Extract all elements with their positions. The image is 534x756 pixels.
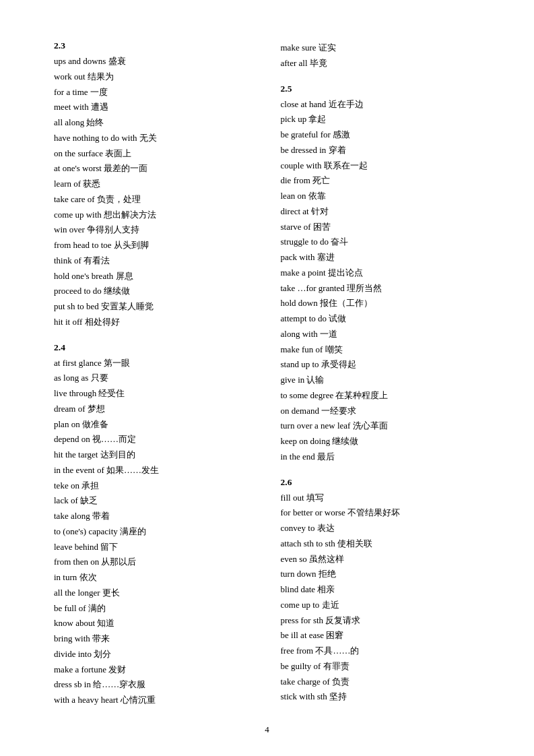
list-item: direct at 针对 xyxy=(281,204,481,220)
list-item: bring with 带来 xyxy=(54,631,254,647)
list-item: depend on 视……而定 xyxy=(54,432,254,447)
list-item: proceed to do 继续做 xyxy=(54,284,254,299)
entries-2-4: at first glance 第一眼as long as 只要live thr… xyxy=(54,356,254,708)
list-item: die from 死亡 xyxy=(281,173,481,189)
list-item: to some degree 在某种程度上 xyxy=(281,388,481,404)
list-item: starve of 困苦 xyxy=(281,220,481,235)
section-title-2-4: 2.4 xyxy=(54,342,254,353)
list-item: leave behind 留下 xyxy=(54,540,254,555)
list-item: struggle to do 奋斗 xyxy=(281,234,481,250)
list-item: after all 毕竟 xyxy=(281,56,481,71)
list-item: take care of 负责，处理 xyxy=(54,192,254,208)
list-item: in the event of 如果……发生 xyxy=(54,463,254,478)
list-item: free from 不具……的 xyxy=(281,643,481,659)
list-item: plan on 做准备 xyxy=(54,417,254,433)
list-item: all along 始终 xyxy=(54,115,254,131)
list-item: think of 有看法 xyxy=(54,253,254,269)
list-item: make fun of 嘲笑 xyxy=(281,342,481,358)
list-item: live through 经受住 xyxy=(54,386,254,402)
list-item: hold one's breath 屏息 xyxy=(54,269,254,284)
list-item: in the end 最后 xyxy=(281,449,481,465)
list-item: win over 争得别人支持 xyxy=(54,222,254,238)
section-2-4: 2.4 at first glance 第一眼as long as 只要live… xyxy=(54,342,254,708)
list-item: be ill at ease 困窘 xyxy=(281,628,481,643)
list-item: take …for granted 理所当然 xyxy=(281,281,481,296)
list-item: lean on 依靠 xyxy=(281,189,481,204)
list-item: blind date 相亲 xyxy=(281,582,481,598)
list-item: from then on 从那以后 xyxy=(54,555,254,570)
list-item: on demand 一经要求 xyxy=(281,404,481,419)
list-item: stick with sth 坚持 xyxy=(281,689,481,705)
list-item: be grateful for 感激 xyxy=(281,127,481,143)
two-column-layout: 2.3 ups and downs 盛衰work out 结果为for a ti… xyxy=(54,40,480,708)
list-item: put sh to bed 安置某人睡觉 xyxy=(54,299,254,315)
list-item: make sure 证实 xyxy=(281,40,481,56)
list-item: along with 一道 xyxy=(281,327,481,342)
list-item: dress sb in 给……穿衣服 xyxy=(54,677,254,693)
list-item: make a point 提出论点 xyxy=(281,265,481,281)
section-title-2-3: 2.3 xyxy=(54,40,254,51)
list-item: stand up to 承受得起 xyxy=(281,357,481,373)
list-item: convey to 表达 xyxy=(281,521,481,536)
list-item: pack with 塞进 xyxy=(281,250,481,265)
list-item: in turn 依次 xyxy=(54,570,254,586)
list-item: at first glance 第一眼 xyxy=(54,356,254,371)
list-item: be full of 满的 xyxy=(54,601,254,617)
list-item: from head to toe 从头到脚 xyxy=(54,238,254,253)
list-item: be guilty of 有罪责 xyxy=(281,659,481,674)
section-title-2-6: 2.6 xyxy=(281,477,481,488)
list-item: press for sth 反复请求 xyxy=(281,613,481,629)
list-item: with a heavy heart 心情沉重 xyxy=(54,693,254,708)
list-item: dream of 梦想 xyxy=(54,402,254,417)
entries-2-3-right: make sure 证实after all 毕竟 xyxy=(281,40,481,71)
entries-2-5: close at hand 近在手边pick up 拿起be grateful … xyxy=(281,97,481,465)
section-2-5: 2.5 close at hand 近在手边pick up 拿起be grate… xyxy=(281,84,481,465)
list-item: attempt to do 试做 xyxy=(281,311,481,327)
list-item: take charge of 负责 xyxy=(281,674,481,690)
list-item: fill out 填写 xyxy=(281,491,481,506)
list-item: couple with 联系在一起 xyxy=(281,158,481,174)
list-item: turn over a new leaf 洗心革面 xyxy=(281,418,481,434)
section-title-2-5: 2.5 xyxy=(281,84,481,94)
list-item: take along 带着 xyxy=(54,509,254,524)
list-item: for a time 一度 xyxy=(54,85,254,100)
section-2-3: 2.3 ups and downs 盛衰work out 结果为for a ti… xyxy=(54,40,254,330)
left-column: 2.3 ups and downs 盛衰work out 结果为for a ti… xyxy=(54,40,254,708)
page-number: 4 xyxy=(265,724,269,735)
list-item: on the surface 表面上 xyxy=(54,146,254,162)
section-2-6: 2.6 fill out 填写for better or worse 不管结果好… xyxy=(281,477,481,705)
list-item: hit it off 相处得好 xyxy=(54,315,254,330)
list-item: come up to 走近 xyxy=(281,598,481,613)
list-item: pick up 拿起 xyxy=(281,112,481,127)
list-item: all the longer 更长 xyxy=(54,586,254,601)
list-item: divide into 划分 xyxy=(54,647,254,662)
list-item: hold down 报住（工作） xyxy=(281,296,481,311)
list-item: make a fortune 发财 xyxy=(54,662,254,678)
list-item: give in 认输 xyxy=(281,373,481,388)
list-item: meet with 遭遇 xyxy=(54,100,254,115)
list-item: hit the target 达到目的 xyxy=(54,447,254,463)
list-item: as long as 只要 xyxy=(54,371,254,386)
list-item: for better or worse 不管结果好坏 xyxy=(281,505,481,521)
list-item: turn down 拒绝 xyxy=(281,567,481,582)
list-item: ups and downs 盛衰 xyxy=(54,54,254,69)
list-item: know about 知道 xyxy=(54,616,254,631)
list-item: have nothing to do with 无关 xyxy=(54,131,254,146)
list-item: learn of 获悉 xyxy=(54,177,254,192)
list-item: keep on doing 继续做 xyxy=(281,434,481,449)
list-item: teke on 承担 xyxy=(54,478,254,494)
list-item: at one's worst 最差的一面 xyxy=(54,161,254,177)
section-2-3-right: make sure 证实after all 毕竟 xyxy=(281,40,481,71)
list-item: to (one's) capacity 满座的 xyxy=(54,524,254,540)
list-item: even so 虽然这样 xyxy=(281,552,481,567)
list-item: come up with 想出解决方法 xyxy=(54,208,254,223)
list-item: close at hand 近在手边 xyxy=(281,97,481,113)
entries-2-3: ups and downs 盛衰work out 结果为for a time 一… xyxy=(54,54,254,330)
list-item: attach sth to sth 使相关联 xyxy=(281,536,481,552)
page: 2.3 ups and downs 盛衰work out 结果为for a ti… xyxy=(0,0,534,756)
entries-2-6: fill out 填写for better or worse 不管结果好坏con… xyxy=(281,491,481,705)
right-column: make sure 证实after all 毕竟 2.5 close at ha… xyxy=(281,40,481,708)
list-item: lack of 缺乏 xyxy=(54,493,254,509)
list-item: be dressed in 穿着 xyxy=(281,143,481,158)
list-item: work out 结果为 xyxy=(54,69,254,85)
